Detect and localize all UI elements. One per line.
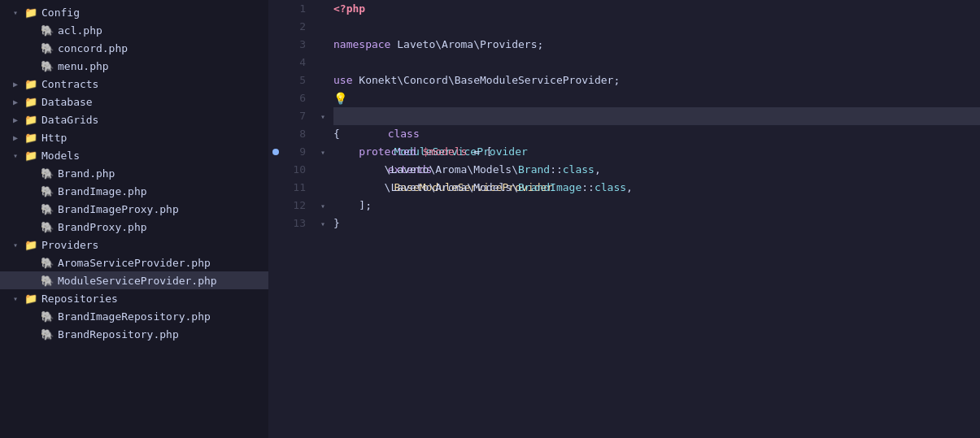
class-const2: class (595, 179, 626, 197)
file-php-icon: 🐘 (41, 60, 54, 72)
php-open-tag: <?php (333, 0, 365, 18)
sidebar-item-label: menu.php (58, 60, 109, 72)
fold-1 (316, 0, 330, 18)
fold-7[interactable]: ▾ (316, 107, 330, 125)
use-text: Konekt\Concord\BaseModuleServiceProvider… (352, 72, 620, 89)
fold-10 (316, 161, 330, 179)
models-var: $models (416, 143, 468, 161)
sidebar-item-label: concord.php (58, 42, 128, 54)
class-const1: class (563, 161, 595, 179)
line-num-11: 11 (290, 179, 306, 197)
fold-9[interactable]: ▾ (316, 143, 330, 161)
sidebar-item-moduleservice[interactable]: 🐘 ModuleServiceProvider.php (0, 271, 268, 289)
sidebar-item-brandproxy[interactable]: 🐘 BrandProxy.php (0, 218, 268, 236)
line-num-7: 7 (290, 107, 306, 125)
arrow-icon: ▶ (13, 133, 24, 142)
brand-class: Brand (518, 161, 550, 179)
arrow-icon: ▶ (13, 115, 24, 124)
open-brace: { (333, 125, 340, 143)
arrow-icon: ▾ (13, 241, 24, 249)
sidebar-item-models[interactable]: ▾ 📁 Models (0, 146, 268, 164)
sidebar-item-label: acl.php (58, 24, 102, 37)
file-php-icon: 🐘 (41, 275, 54, 287)
line-num-9: 9 (290, 143, 306, 161)
sidebar-item-contracts[interactable]: ▶ 📁 Contracts (0, 75, 268, 93)
fold-12[interactable]: ▾ (316, 197, 330, 215)
line-num-10: 10 (290, 161, 306, 179)
folder-icon: 📁 (24, 132, 37, 144)
sidebar-item-config[interactable]: ▾ 📁 Config (0, 3, 268, 21)
sidebar-item-label: Brand.php (58, 167, 115, 180)
sidebar-item-providers[interactable]: ▾ 📁 Providers (0, 236, 268, 254)
fold-6 (316, 89, 330, 107)
sidebar-item-concord[interactable]: 🐘 concord.php (0, 39, 268, 57)
use-keyword: use (333, 72, 352, 89)
fold-gutter: ▾ ▾ ▾ ▾ (316, 0, 330, 438)
line-num-12: 12 (290, 197, 306, 215)
fold-8 (316, 125, 330, 143)
arrow-icon: ▾ (13, 8, 24, 17)
file-php-icon: 🐘 (41, 167, 54, 180)
code-line-8: { (333, 125, 980, 143)
arrow-icon: ▶ (13, 98, 24, 106)
line-num-2: 2 (290, 18, 306, 36)
folder-icon: 📁 (24, 150, 37, 162)
code-line-13: } (333, 215, 980, 232)
fold-13[interactable]: ▾ (316, 215, 330, 232)
sidebar-item-label: AromaServiceProvider.php (58, 257, 211, 269)
sidebar-item-brandimage[interactable]: 🐘 BrandImage.php (0, 182, 268, 200)
gutter-cell-10 (268, 161, 283, 179)
line-num-5: 5 (290, 72, 306, 89)
arrow-icon: ▶ (13, 80, 24, 89)
sidebar-item-brandimageproxy[interactable]: 🐘 BrandImageProxy.php (0, 200, 268, 218)
folder-icon: 📁 (24, 7, 37, 19)
sidebar-item-menu[interactable]: 🐘 menu.php (0, 57, 268, 75)
code-line-11: \Laveto\Aroma\Models\BrandImage::class, (333, 179, 980, 197)
code-line-4 (333, 54, 980, 72)
folder-icon: 📁 (24, 239, 37, 251)
file-tree[interactable]: ▾ 📁 Config 🐘 acl.php 🐘 concord.php 🐘 men… (0, 0, 268, 438)
code-editor[interactable]: 1 2 3 4 5 6 7 8 9 10 11 12 13 ▾ ▾ (268, 0, 980, 438)
indent-9 (333, 143, 359, 161)
gutter-cell-11 (268, 179, 283, 197)
code-line-10: \Laveto\Aroma\Models\Brand::class, (333, 161, 980, 179)
dcolon-class2: :: (581, 179, 595, 197)
close-brace: } (333, 215, 340, 232)
line-numbers: 1 2 3 4 5 6 7 8 9 10 11 12 13 (283, 0, 316, 438)
sidebar-item-repositories[interactable]: ▾ 📁 Repositories (0, 289, 268, 307)
file-php-icon: 🐘 (41, 24, 54, 37)
code-line-6: 💡 (333, 89, 980, 107)
gutter-cell-6 (268, 89, 283, 107)
sidebar-item-acl[interactable]: 🐘 acl.php (0, 21, 268, 39)
sidebar-item-label: Config (41, 7, 80, 19)
file-php-icon: 🐘 (41, 328, 54, 340)
sidebar-item-database[interactable]: ▶ 📁 Database (0, 93, 268, 111)
sidebar-item-label: Providers (41, 239, 98, 251)
sidebar-item-brand[interactable]: 🐘 Brand.php (0, 164, 268, 182)
code-line-5: use Konekt\Concord\BaseModuleServiceProv… (333, 72, 980, 89)
code-content[interactable]: <?php namespace Laveto\Aroma\Providers; … (330, 0, 980, 438)
sidebar-item-datagrids[interactable]: ▶ 📁 DataGrids (0, 111, 268, 128)
arrow-icon: ▾ (13, 151, 24, 160)
folder-icon: 📁 (24, 293, 37, 305)
sidebar-item-http[interactable]: ▶ 📁 Http (0, 128, 268, 146)
sidebar-item-aromaservice[interactable]: 🐘 AromaServiceProvider.php (0, 254, 268, 271)
namespace-keyword: namespace (333, 36, 390, 54)
sidebar-item-label: DataGrids (41, 114, 98, 126)
file-php-icon: 🐘 (41, 257, 54, 269)
gutter-cell-5 (268, 72, 283, 89)
sidebar-item-brandrepository[interactable]: 🐘 BrandRepository.php (0, 325, 268, 343)
bracket-close-line: ]; (333, 197, 372, 215)
code-line-7: class ModuleServiceProvider extends Base… (333, 107, 980, 125)
file-php-icon: 🐘 (41, 221, 54, 233)
file-php-icon: 🐘 (41, 42, 54, 54)
brandimage-class: BrandImage (518, 179, 581, 197)
indent-11: \Laveto\Aroma\Models\ (333, 179, 518, 197)
code-line-1: <?php (333, 0, 980, 18)
comma1: , (595, 161, 601, 179)
gutter-cell-12 (268, 197, 283, 215)
gutter-cell-4 (268, 54, 283, 72)
sidebar-item-label: Http (41, 132, 67, 144)
code-line-3: namespace Laveto\Aroma\Providers; (333, 36, 980, 54)
sidebar-item-brandimagerepository[interactable]: 🐘 BrandImageRepository.php (0, 307, 268, 325)
